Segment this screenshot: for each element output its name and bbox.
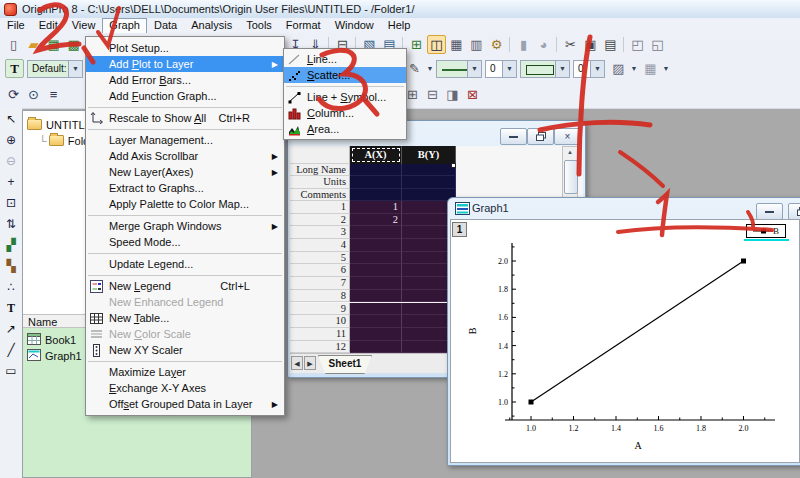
menu-item-maximize-layer[interactable]: Maximize Layer [86, 364, 284, 380]
row-header-cell[interactable]: Units [290, 176, 350, 188]
tile-windows-icon[interactable]: ◱ [648, 35, 667, 54]
cell-a[interactable] [350, 176, 402, 188]
row-header-cell[interactable]: 10 [290, 315, 350, 328]
refresh-graph-icon[interactable]: ⟳ [4, 85, 23, 104]
arrow-tool-icon[interactable]: ↗ [2, 320, 20, 339]
menu-item-apply-palette-to-color-map[interactable]: Apply Palette to Color Map... [86, 196, 284, 212]
cell-a[interactable]: 2 [350, 214, 402, 227]
new-workbook-icon[interactable]: ▦ [44, 35, 63, 54]
submenu-item-line[interactable]: Line... [284, 51, 406, 67]
row-header-cell[interactable]: 6 [290, 264, 350, 277]
minimize-button[interactable] [500, 128, 527, 145]
row-header-cell[interactable]: 12 [290, 341, 350, 354]
cell-a[interactable] [350, 252, 402, 265]
draw-data-icon[interactable]: ∴ [2, 278, 20, 297]
menubar-item-tools[interactable]: Tools [239, 18, 279, 33]
menu-item-new-enhanced-legend[interactable]: New Enhanced Legend [86, 294, 284, 310]
plot-legend[interactable]: B [746, 224, 786, 238]
add-axes-icon[interactable]: ⊟ [423, 85, 442, 104]
scroll-up-icon[interactable]: ▲ [563, 147, 577, 158]
cell-a[interactable] [350, 341, 402, 354]
add-object-icon[interactable]: ◨ [443, 85, 462, 104]
first-sheet-button[interactable]: ◀ [291, 356, 303, 370]
close-button[interactable]: × [554, 128, 581, 145]
zoom-in-tool-icon[interactable]: ⊕ [2, 131, 20, 150]
rectangle-tool-icon[interactable]: ▭ [2, 362, 20, 381]
row-header-cell[interactable]: Comments [290, 189, 350, 201]
cell-a[interactable] [350, 328, 402, 341]
fill-pattern-icon[interactable]: ▨ [609, 59, 628, 78]
results-log-icon[interactable]: ▦ [447, 35, 466, 54]
text-format-button[interactable]: T [5, 59, 24, 78]
delete-object-icon[interactable]: ⊠ [463, 85, 482, 104]
menu-item-new-xy-scaler[interactable]: New XY Scaler [86, 342, 284, 358]
cell-a[interactable] [350, 277, 402, 290]
pie-plot-toolbar-icon[interactable]: ◕ [534, 35, 553, 54]
cell-a[interactable] [350, 226, 402, 239]
open-icon[interactable]: ▰ [24, 35, 43, 54]
paste-icon[interactable]: ▤ [601, 35, 620, 54]
menu-item-rescale-to-show-all[interactable]: Rescale to Show AllCtrl+R [86, 110, 284, 126]
menu-item-new-table[interactable]: New Table... [86, 310, 284, 326]
menubar-item-view[interactable]: View [65, 18, 103, 33]
menubar-item-window[interactable]: Window [328, 18, 381, 33]
new-project-icon[interactable]: ▯ [4, 35, 23, 54]
menu-item-extract-to-graphs[interactable]: Extract to Graphs... [86, 180, 284, 196]
row-header-cell[interactable]: 3 [290, 226, 350, 239]
menubar-item-file[interactable]: File [0, 18, 32, 33]
unmask-range-icon[interactable]: ▚ [2, 257, 20, 276]
file-item-book1[interactable]: Book1 [27, 332, 76, 347]
menu-item-offset-grouped-data-in-layer[interactable]: Offset Grouped Data in Layer▶ [86, 396, 284, 412]
sheet-tab[interactable]: Sheet1 [318, 355, 372, 374]
menu-item-new-layer-axes[interactable]: New Layer(Axes)▶ [86, 164, 284, 180]
grid-style-icon[interactable]: ▦ [641, 59, 660, 78]
cell-b[interactable] [402, 176, 456, 188]
chevron-down-icon[interactable]: ▼ [424, 65, 436, 72]
submenu-item-area[interactable]: Area... [284, 121, 406, 137]
next-sheet-button[interactable]: ▶ [304, 356, 316, 370]
graph-restore-button[interactable] [788, 203, 800, 220]
menu-item-speed-mode[interactable]: Speed Mode... [86, 234, 284, 250]
code-builder-icon[interactable]: ⚙ [487, 35, 506, 54]
menubar-item-data[interactable]: Data [147, 18, 184, 33]
layer1-button[interactable]: 1 [452, 222, 467, 237]
chevron-down-icon[interactable]: ▼ [68, 61, 82, 77]
chevron-down-icon[interactable]: ▼ [628, 65, 640, 72]
line-tool-icon[interactable]: ╱ [2, 341, 20, 360]
menu-item-add-error-bars[interactable]: Add Error Bars... [86, 72, 284, 88]
menu-item-new-legend[interactable]: New LegendCtrl+L [86, 278, 284, 294]
mask-range-icon[interactable]: ▞ [2, 236, 20, 255]
row-header-cell[interactable]: 9 [290, 303, 350, 316]
corner-cell[interactable] [290, 146, 350, 164]
menu-item-plot-setup[interactable]: Plot Setup... [86, 40, 284, 56]
cell-a[interactable]: 1 [350, 201, 402, 214]
cut-icon[interactable]: ✂ [561, 35, 580, 54]
cell-a[interactable] [350, 315, 402, 328]
border-style-combo[interactable]: ▼ [520, 60, 570, 78]
data-selector-icon[interactable]: ⇅ [2, 215, 20, 234]
menu-item-new-color-scale[interactable]: New Color Scale [86, 326, 284, 342]
menubar-item-analysis[interactable]: Analysis [184, 18, 239, 33]
menubar-item-help[interactable]: Help [381, 18, 418, 33]
menu-item-add-plot-to-layer[interactable]: Add Plot to Layer▶ [86, 56, 284, 72]
menu-item-add-axis-scrollbar[interactable]: Add Axis Scrollbar▶ [86, 148, 284, 164]
cell-b[interactable] [402, 164, 456, 176]
selection-handle[interactable] [451, 163, 456, 168]
submenu-item-line-symbol[interactable]: Line + Symbol... [284, 89, 406, 105]
new-graph-icon[interactable]: ▩ [64, 35, 83, 54]
submenu-item-column[interactable]: Column... [284, 105, 406, 121]
row-header-cell[interactable]: 5 [290, 252, 350, 265]
border-width-combo[interactable]: 0▼ [573, 60, 605, 78]
data-reader-icon[interactable]: + [2, 173, 20, 192]
menu-item-add-function-graph[interactable]: Add Function Graph... [86, 88, 284, 104]
zoom-out-tool-icon[interactable]: ⊖ [2, 152, 20, 171]
font-selector[interactable]: Default: Ti▼ [27, 60, 83, 78]
scrollbar-thumb[interactable] [564, 160, 578, 194]
cell-a[interactable] [350, 303, 402, 316]
project-explorer-icon[interactable]: ⊞ [407, 35, 426, 54]
cell-a[interactable] [350, 189, 402, 201]
copy-icon[interactable]: ▣ [581, 35, 600, 54]
zoom-tool-icon[interactable]: ⊙ [24, 85, 43, 104]
column-header-b[interactable]: B(Y) [402, 146, 456, 164]
submenu-item-scatter[interactable]: Scatter... [284, 67, 406, 83]
